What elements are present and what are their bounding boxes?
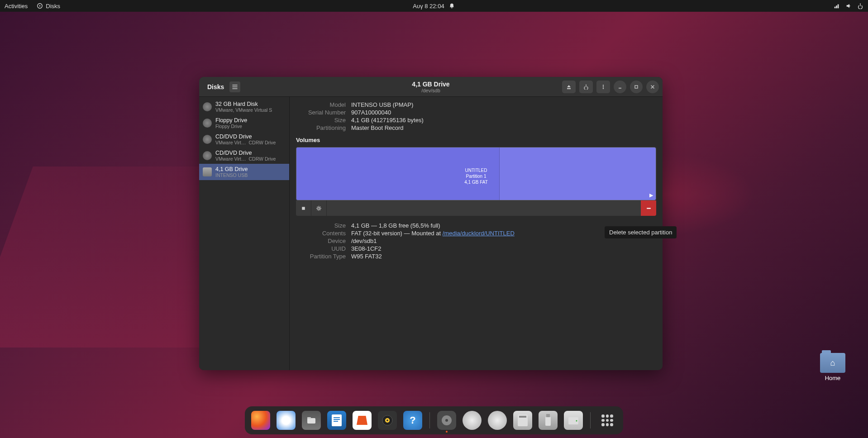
- volume-fs: 4,1 GB FAT: [296, 179, 656, 185]
- dock-thunderbird[interactable]: [277, 411, 296, 430]
- floppy-icon: [203, 119, 212, 128]
- svg-rect-24: [546, 414, 550, 417]
- drive-sub: Floppy Drive: [215, 124, 247, 129]
- clock[interactable]: Αυγ 8 22:04: [413, 3, 444, 10]
- mount-indicator-icon[interactable]: ▶: [649, 192, 653, 198]
- value-partition-type: W95 FAT32: [351, 253, 656, 260]
- gnome-topbar: Activities Disks Αυγ 8 22:04: [0, 0, 868, 12]
- window-title-drive: 4,1 GB Drive: [412, 81, 449, 88]
- svg-rect-13: [334, 417, 340, 418]
- svg-point-4: [603, 88, 604, 89]
- disks-window: Disks 4,1 GB Drive /dev/sdb 32 GB Hard D…: [199, 77, 663, 370]
- close-icon: [650, 84, 655, 90]
- hamburger-menu-button[interactable]: [229, 81, 240, 92]
- usb-icon: [203, 167, 212, 176]
- svg-point-26: [576, 420, 577, 422]
- volume-partition[interactable]: UNTITLED Partition 1 4,1 GB FAT ▶: [296, 147, 656, 200]
- svg-rect-6: [635, 86, 638, 88]
- delete-partition-button[interactable]: [641, 200, 656, 216]
- sidebar-drive-cd1[interactable]: CD/DVD Drive VMware Virt…CDRW Drive: [199, 131, 289, 148]
- drive-menu-button[interactable]: [596, 81, 610, 93]
- home-glyph-icon: ⌂: [830, 358, 835, 368]
- svg-rect-23: [545, 417, 551, 426]
- svg-point-20: [445, 419, 448, 422]
- svg-point-8: [318, 207, 320, 209]
- dock-firefox[interactable]: [251, 411, 270, 430]
- document-icon: [332, 414, 342, 426]
- dock-sdcard[interactable]: [513, 411, 532, 430]
- sidebar-drive-floppy[interactable]: Floppy Drive Floppy Drive: [199, 115, 289, 131]
- unmount-button[interactable]: [296, 200, 311, 216]
- drive-badge: CDRW Drive: [249, 156, 276, 162]
- svg-point-3: [603, 86, 604, 87]
- svg-rect-5: [619, 88, 621, 89]
- sidebar-drive-cd2[interactable]: CD/DVD Drive VMware Virt…CDRW Drive: [199, 148, 289, 164]
- volume-icon[interactable]: [845, 3, 852, 9]
- value-partitioning: Master Boot Record: [351, 124, 656, 131]
- eject-button[interactable]: [562, 81, 576, 93]
- power-off-drive-button[interactable]: [579, 81, 593, 93]
- app-menu[interactable]: Disks: [37, 3, 60, 10]
- window-app-title: Disks: [207, 83, 224, 90]
- dock-rhythmbox[interactable]: [378, 411, 397, 430]
- eject-icon: [566, 84, 572, 90]
- label-device: Device: [296, 238, 346, 244]
- dock-usb-drive[interactable]: [539, 411, 558, 430]
- desktop-icon-label: Home: [825, 375, 841, 381]
- window-title-device: /dev/sdb: [412, 88, 449, 93]
- maximize-button[interactable]: [630, 81, 643, 93]
- minimize-icon: [617, 84, 623, 90]
- minimize-button[interactable]: [614, 81, 626, 93]
- label-uuid: UUID: [296, 245, 346, 252]
- speaker-icon: [382, 414, 393, 426]
- value-uuid: 3E08-1CF2: [351, 245, 656, 252]
- dock-mounted-drive-1[interactable]: [463, 411, 482, 430]
- svg-point-1: [39, 5, 41, 7]
- dock-libreoffice-writer[interactable]: [327, 411, 346, 430]
- gear-icon: [316, 205, 322, 211]
- value-serial: 907A10000040: [351, 109, 656, 116]
- dock-show-applications[interactable]: [598, 411, 617, 430]
- dock-ubuntu-software[interactable]: [353, 411, 372, 430]
- volume-settings-button[interactable]: [311, 200, 327, 216]
- drive-badge: CDRW Drive: [249, 140, 276, 145]
- dock-files[interactable]: [302, 411, 321, 430]
- disks-indicator-icon: [37, 3, 43, 9]
- dock-optical-drive[interactable]: [564, 411, 583, 430]
- svg-point-18: [386, 419, 388, 421]
- mount-point-link[interactable]: /media/ducklord/UNTITLED: [443, 230, 515, 237]
- close-button[interactable]: [646, 81, 659, 93]
- files-icon: [305, 414, 317, 426]
- dock-separator: [590, 412, 591, 428]
- svg-point-2: [603, 85, 604, 86]
- power-icon[interactable]: [857, 3, 863, 9]
- desktop-home-folder[interactable]: ⌂ Home: [820, 353, 845, 381]
- value-model: INTENSO USB (PMAP): [351, 101, 656, 108]
- volumes-heading: Volumes: [296, 137, 656, 143]
- value-device: /dev/sdb1: [351, 238, 656, 244]
- sidebar-drive-hdd[interactable]: 32 GB Hard Disk VMware, VMware Virtual S: [199, 99, 289, 115]
- volume-label: UNTITLED Partition 1 4,1 GB FAT: [296, 167, 656, 185]
- sdcard-icon: [518, 414, 528, 426]
- titlebar: Disks 4,1 GB Drive /dev/sdb: [199, 77, 663, 97]
- cd-icon: [203, 135, 212, 144]
- activities-button[interactable]: Activities: [5, 3, 28, 10]
- apps-grid-icon: [601, 414, 613, 426]
- dock-separator: [429, 412, 430, 428]
- volume-toolbar: [296, 200, 656, 216]
- optical-icon: [568, 414, 579, 426]
- sidebar-drive-usb[interactable]: 4,1 GB Drive INTENSO USB: [199, 164, 289, 180]
- dock-disks[interactable]: [437, 411, 456, 430]
- drive-name: 32 GB Hard Disk: [215, 101, 272, 107]
- drive-sub: VMware Virt…: [215, 156, 246, 162]
- network-icon[interactable]: [834, 3, 840, 9]
- maximize-icon: [634, 84, 639, 90]
- notification-bell-icon[interactable]: [449, 3, 455, 9]
- dock-help[interactable]: ?: [403, 411, 422, 430]
- dock-mounted-drive-2[interactable]: [488, 411, 507, 430]
- drive-sub: VMware Virt…: [215, 140, 246, 145]
- svg-rect-7: [302, 207, 305, 210]
- label-partitioning: Partitioning: [296, 124, 346, 131]
- drive-sub: VMware, VMware Virtual S: [215, 107, 272, 113]
- value-size: 4,1 GB (4127195136 bytes): [351, 117, 656, 124]
